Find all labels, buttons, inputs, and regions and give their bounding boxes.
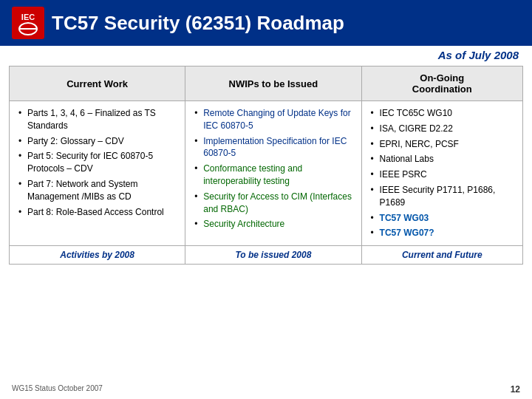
logo-area: IEC [12,7,44,39]
ongoing-list: IEC TC65C WG10 ISA, CIGRE D2.22 EPRI, NE… [369,106,515,241]
list-item: TC57 WG03 [369,211,515,226]
roadmap-table: Current Work NWIPs to be Issued On-Going… [9,66,523,265]
footer-col1: Activities by 2008 [10,246,185,265]
list-item: ISA, CIGRE D2.22 [369,121,515,137]
footer-label: WG15 Status October 2007 [12,384,103,395]
nwip-item-2: Implementation Specification for IEC 608… [203,136,347,159]
list-item: Remote Changing of Update Keys for IEC 6… [193,106,353,134]
col-header-ongoing: On-GoingCoordination [361,66,522,101]
list-item: Implementation Specification for IEC 608… [193,134,353,162]
main-content: Current Work NWIPs to be Issued On-Going… [0,63,532,267]
col-nwips-content: Remote Changing of Update Keys for IEC 6… [185,101,361,246]
svg-text:IEC: IEC [21,13,35,21]
nwip-item-1: Remote Changing of Update Keys for IEC 6… [203,108,350,131]
list-item: Parts 1, 3, 4, 6 – Finalized as TS Stand… [17,106,177,134]
list-item: IEC TC65C WG10 [369,106,515,121]
nwip-item-3: Conformance testing and interoperability… [203,163,302,186]
list-item: Part 8: Role-Based Access Control [17,205,177,220]
subtitle-bar: As of July 2008 [0,46,532,63]
nwips-list: Remote Changing of Update Keys for IEC 6… [193,106,353,232]
list-item: EPRI, NERC, PCSF [369,137,515,152]
list-item: TC57 WG07? [369,225,515,241]
page-title: TC57 Security (62351) Roadmap [52,12,344,35]
list-item: Security Architecture [193,216,353,232]
nwip-item-5: Security Architecture [203,219,284,229]
subtitle-text: As of July 2008 [438,49,519,61]
footer-col2: To be issued 2008 [185,246,361,265]
col-header-current: Current Work [10,66,185,101]
list-item: Part 5: Security for IEC 60870-5 Protoco… [17,149,177,177]
current-work-list: Parts 1, 3, 4, 6 – Finalized as TS Stand… [17,106,177,219]
nwip-item-4: Security for Access to CIM (Interfaces a… [203,191,352,214]
list-item: Conformance testing and interoperability… [193,161,353,189]
page-footer: WG15 Status October 2007 12 [0,384,532,395]
iec-logo-icon: IEC [12,7,44,39]
footer-col3: Current and Future [361,246,522,265]
list-item: National Labs [369,151,515,167]
list-item: Part 7: Network and System Management /M… [17,177,177,205]
list-item: IEEE PSRC [369,167,515,183]
col-current-content: Parts 1, 3, 4, 6 – Finalized as TS Stand… [10,101,185,246]
page-header: IEC TC57 Security (62351) Roadmap [0,0,532,46]
page-number: 12 [511,384,520,395]
col-ongoing-content: IEC TC65C WG10 ISA, CIGRE D2.22 EPRI, NE… [361,101,522,246]
list-item: IEEE Security P1711, P1686, P1689 [369,183,515,211]
col-header-nwips: NWIPs to be Issued [185,66,361,101]
list-item: Party 2: Glossary – CDV [17,134,177,149]
list-item: Security for Access to CIM (Interfaces a… [193,189,353,217]
